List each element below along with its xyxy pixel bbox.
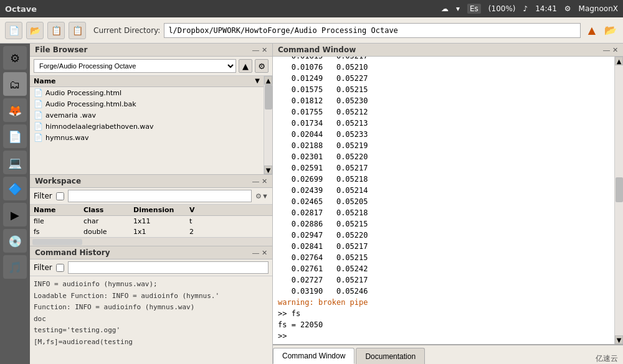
file-list-item[interactable]: 📄avemaria .wav <box>30 110 264 121</box>
ch-close[interactable]: ✕ <box>262 249 267 257</box>
fb-scroll-up[interactable]: ▲ <box>264 76 272 85</box>
command-output: 0.02399 0.05208 0.02217 0.05209 0.01615 … <box>273 57 614 344</box>
workspace-header: Workspace — ✕ <box>30 175 272 188</box>
dir-settings-button[interactable]: ⚙ <box>255 59 269 73</box>
file-browser-panel: File Browser — ✕ Forge/Audio Processing … <box>30 44 272 175</box>
left-panel: File Browser — ✕ Forge/Audio Processing … <box>30 44 273 364</box>
output-line: 0.02465 0.05205 <box>278 196 609 207</box>
workspace-close[interactable]: ✕ <box>262 177 267 185</box>
paste-button[interactable]: 📋 <box>69 22 86 39</box>
fb-scroll-thumb[interactable] <box>265 85 272 110</box>
history-entry[interactable]: INFO = audioinfo (hymnus.wav); <box>34 279 269 291</box>
battery-indicator: (100%) <box>488 4 516 13</box>
command-window-title: Command Window <box>278 45 356 54</box>
ws-row-fs[interactable]: fs double 1x1 2 <box>30 226 272 237</box>
directory-bar: Forge/Audio Processing Octave ▲ ⚙ <box>30 57 272 76</box>
file-sort-icon[interactable]: ▼ <box>255 77 260 85</box>
file-list-area: Name ▼ 📄Audio Processing.html📄Audio Proc… <box>30 76 264 174</box>
open-file-button[interactable]: 📂 <box>26 22 44 39</box>
file-browser-close[interactable]: ✕ <box>262 46 267 54</box>
file-browser-minimize[interactable]: — <box>252 46 259 54</box>
workspace-hscroll[interactable] <box>32 239 82 245</box>
ws-col-class: Class <box>83 206 133 214</box>
file-list-item[interactable]: 📄Audio Processing.html.bak <box>30 98 264 110</box>
file-name: avemaria .wav <box>45 111 96 119</box>
output-line: 0.02947 0.05220 <box>278 230 609 241</box>
cw-controls: — ✕ <box>603 46 618 54</box>
file-name: himnodelaalegriabethoven.wav <box>45 123 154 131</box>
command-history-title: Command History <box>35 248 110 257</box>
ws-filter-input[interactable] <box>68 190 252 202</box>
ch-minimize[interactable]: — <box>252 249 259 256</box>
right-scroll-area: 0.02399 0.05208 0.02217 0.05209 0.01615 … <box>273 57 623 344</box>
sidebar-icon-music[interactable]: 🎵 <box>3 255 27 279</box>
sidebar-icon-settings[interactable]: ⚙ <box>3 46 27 70</box>
file-name: hymnus.wav <box>45 134 89 142</box>
sidebar-icon-firefox[interactable]: 🦊 <box>3 98 27 122</box>
right-scrollbar[interactable]: ▲ ▼ <box>614 57 623 344</box>
ws-filter-label: Filter <box>34 192 52 200</box>
file-list-item[interactable]: 📄Audio Processing.html <box>30 87 264 98</box>
file-icon: 📄 <box>34 122 43 131</box>
ws-fs-val: 2 <box>189 228 221 236</box>
current-dir-input[interactable] <box>164 23 581 38</box>
directory-select[interactable]: Forge/Audio Processing Octave <box>34 59 236 73</box>
output-line: 0.02761 0.05242 <box>278 263 609 274</box>
command-history-header: Command History — ✕ <box>30 246 272 259</box>
cw-scroll-track[interactable] <box>615 65 623 335</box>
ws-filter-settings[interactable]: ⚙▼ <box>255 192 269 200</box>
ws-filter-checkbox[interactable] <box>56 192 64 200</box>
fb-scroll-track[interactable] <box>264 85 272 166</box>
cw-close[interactable]: ✕ <box>612 46 618 54</box>
new-file-button[interactable]: 📄 <box>5 22 22 39</box>
history-entry[interactable]: doc <box>34 314 269 325</box>
file-list-item[interactable]: 📄himnodelaalegriabethoven.wav <box>30 121 264 132</box>
ch-filter-label: Filter <box>34 263 52 272</box>
output-line: 0.02044 0.05233 <box>278 129 609 140</box>
settings-icon[interactable]: ⚙ <box>564 4 571 13</box>
sidebar-icon-apps[interactable]: 🔷 <box>3 177 27 200</box>
sidebar-icon-media[interactable]: ▶ <box>3 203 27 226</box>
history-entry[interactable]: Loadable Function: INFO = audioinfo (hym… <box>34 291 269 302</box>
history-entry[interactable]: Function: INFO = audioinfo (hymnus.wav) <box>34 302 269 314</box>
file-list-header: Name ▼ <box>30 76 264 87</box>
history-entry[interactable]: [M,fs]=audioread(testing <box>34 337 269 348</box>
up-dir-button[interactable]: ▲ <box>584 23 599 38</box>
cw-scroll-up[interactable]: ▲ <box>615 57 623 65</box>
tab-command-window[interactable]: Command Window <box>273 348 354 364</box>
tab-documentation[interactable]: Documentation <box>356 348 425 364</box>
workspace-minimize[interactable]: — <box>252 177 259 185</box>
cw-minimize[interactable]: — <box>603 46 610 54</box>
cw-scroll-thumb[interactable] <box>616 177 623 202</box>
file-list-item[interactable]: 📄hymnus.wav <box>30 132 264 143</box>
history-entry[interactable]: testing='testing.ogg' <box>34 325 269 337</box>
ws-file-dim: 1x11 <box>133 217 189 225</box>
workspace-scrollbar-area <box>30 237 272 246</box>
output-line: 0.02591 0.05217 <box>278 162 609 174</box>
file-browser-inner: Name ▼ 📄Audio Processing.html📄Audio Proc… <box>30 76 272 174</box>
ch-filter-checkbox[interactable] <box>56 264 64 272</box>
output-line: 0.01249 0.05227 <box>278 73 609 84</box>
dir-up-button[interactable]: ▲ <box>239 59 252 73</box>
titlebar: Octave ☁ ▾ Es (100%) ♪ 14:41 ⚙ MagnoonX <box>0 0 623 17</box>
ws-file-name: file <box>34 217 83 225</box>
fb-scroll-down[interactable]: ▼ <box>264 166 272 174</box>
sidebar-icon-docs[interactable]: 📄 <box>3 124 27 148</box>
ws-fs-class: double <box>83 228 133 236</box>
ch-filter-input[interactable] <box>68 261 269 274</box>
workspace-table-body: file char 1x11 t fs double 1x1 2 <box>30 216 272 237</box>
cw-scroll-down[interactable]: ▼ <box>615 335 623 344</box>
browse-folder-button[interactable]: 📂 <box>603 23 618 38</box>
sidebar-icon-disk[interactable]: 💿 <box>3 229 27 253</box>
file-name: Audio Processing.html <box>45 89 121 97</box>
output-line: 0.02439 0.05214 <box>278 185 609 196</box>
ws-col-dim: Dimension <box>133 206 189 214</box>
ws-fs-name: fs <box>34 228 83 236</box>
file-icon: 📄 <box>34 133 43 142</box>
ws-row-file[interactable]: file char 1x11 t <box>30 216 272 226</box>
command-window-header: Command Window — ✕ <box>273 44 623 57</box>
copy-button[interactable]: 📋 <box>47 22 65 39</box>
file-browser-scrollbar[interactable]: ▲ ▼ <box>264 76 272 174</box>
sidebar-icon-files[interactable]: 🗂 <box>3 72 27 96</box>
sidebar-icon-terminal[interactable]: 💻 <box>3 151 27 174</box>
